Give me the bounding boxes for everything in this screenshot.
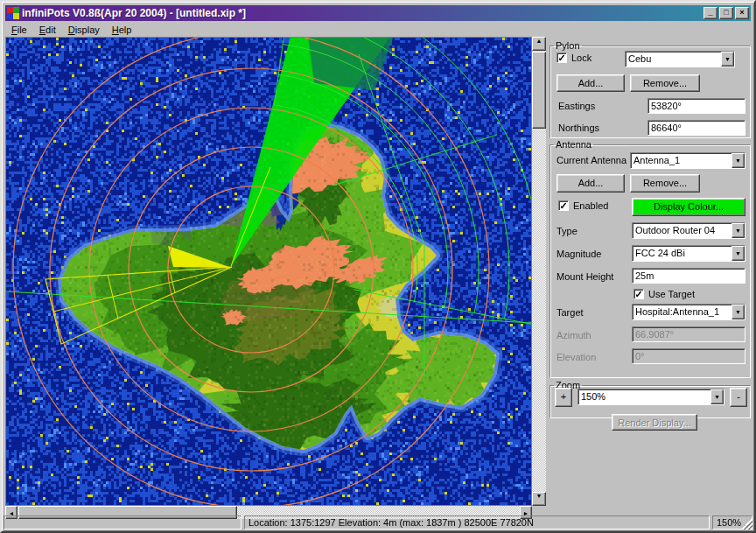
status-bar: Location: 1375:1297 Elevation: 4m (max: … bbox=[4, 515, 752, 529]
pylon-select-value: Cebu bbox=[626, 52, 721, 67]
lock-checkbox[interactable]: ✓ Lock bbox=[556, 53, 592, 63]
menu-display[interactable]: Display bbox=[62, 23, 106, 37]
zoom-out-button[interactable]: - bbox=[730, 388, 747, 407]
magnitude-value: FCC 24 dBi bbox=[633, 246, 732, 261]
app-icon bbox=[7, 7, 19, 19]
mount-height-label: Mount Height bbox=[556, 271, 613, 282]
vertical-scrollbar[interactable]: ▲ ▼ bbox=[532, 37, 546, 506]
azimuth-label: Azimuth bbox=[556, 330, 592, 340]
pylon-add-button[interactable]: Add... bbox=[556, 74, 625, 92]
pylon-select[interactable]: Cebu ▼ bbox=[625, 51, 735, 67]
menu-file[interactable]: File bbox=[5, 23, 33, 37]
chevron-down-icon[interactable]: ▼ bbox=[732, 223, 745, 238]
scroll-up-button[interactable]: ▲ bbox=[532, 37, 546, 51]
window-title: infiniPots V0.8ß(Apr 20 2004) - [untitle… bbox=[22, 7, 702, 19]
antenna-remove-button[interactable]: Remove... bbox=[630, 174, 700, 193]
antenna-overlay bbox=[6, 38, 531, 505]
app-window: infiniPots V0.8ß(Apr 20 2004) - [untitle… bbox=[0, 0, 756, 533]
status-pane-empty bbox=[4, 515, 242, 529]
current-antenna-label: Current Antenna bbox=[556, 155, 626, 165]
menu-edit[interactable]: Edit bbox=[33, 23, 62, 37]
zoom-in-button[interactable]: + bbox=[555, 388, 572, 407]
enabled-label: Enabled bbox=[573, 200, 608, 211]
elevation-input: 0° bbox=[632, 348, 746, 364]
pattern-radial bbox=[354, 290, 531, 326]
elevation-label: Elevation bbox=[556, 352, 596, 362]
zoom-select[interactable]: 150% ▼ bbox=[578, 389, 724, 405]
target-value: Hospital:Antenna_1 bbox=[633, 305, 732, 319]
magnitude-select[interactable]: FCC 24 dBi ▼ bbox=[632, 245, 746, 262]
scroll-down-button[interactable]: ▼ bbox=[532, 492, 546, 506]
checkbox-check-icon: ✓ bbox=[558, 200, 569, 211]
menu-help[interactable]: Help bbox=[106, 23, 138, 37]
enabled-checkbox[interactable]: ✓ Enabled bbox=[558, 200, 608, 211]
pylon-remove-button[interactable]: Remove... bbox=[630, 74, 700, 92]
close-button[interactable]: × bbox=[735, 7, 749, 19]
vertical-scroll-thumb[interactable] bbox=[532, 52, 546, 129]
antenna-add-button[interactable]: Add... bbox=[556, 174, 625, 193]
northings-input[interactable]: 86640° bbox=[648, 120, 746, 136]
lock-label: Lock bbox=[571, 53, 592, 63]
type-value: Outdoor Router 04 bbox=[633, 223, 732, 238]
title-bar[interactable]: infiniPots V0.8ß(Apr 20 2004) - [untitle… bbox=[5, 5, 751, 21]
overlay-line bbox=[46, 267, 232, 344]
minimize-button[interactable]: _ bbox=[704, 7, 718, 19]
chevron-down-icon[interactable]: ▼ bbox=[721, 52, 734, 67]
overlay-line bbox=[53, 267, 232, 312]
range-ring bbox=[50, 68, 452, 471]
overlay-line bbox=[332, 135, 497, 186]
render-display-button[interactable]: Render Display... bbox=[612, 414, 697, 431]
chevron-down-icon[interactable]: ▼ bbox=[710, 389, 724, 404]
zoom-value: 150% bbox=[578, 389, 710, 404]
mount-height-input[interactable]: 25m bbox=[632, 268, 746, 284]
target-label: Target bbox=[556, 307, 584, 318]
current-antenna-select[interactable]: Antenna_1 ▼ bbox=[630, 152, 746, 169]
beam-shape bbox=[168, 246, 232, 268]
checkbox-check-icon: ✓ bbox=[556, 53, 567, 63]
overlay-line bbox=[6, 291, 531, 323]
maximize-button[interactable]: □ bbox=[719, 7, 733, 19]
eastings-label: Eastings bbox=[558, 101, 595, 111]
type-label: Type bbox=[556, 226, 578, 236]
use-target-checkbox[interactable]: ✓ Use Target bbox=[634, 289, 695, 299]
checkbox-check-icon: ✓ bbox=[634, 289, 644, 299]
resize-grip[interactable] bbox=[741, 518, 752, 529]
magnitude-label: Magnitude bbox=[556, 249, 601, 259]
target-select[interactable]: Hospital:Antenna_1 ▼ bbox=[632, 304, 746, 320]
pylon-legend: Pylon bbox=[554, 40, 582, 51]
chevron-down-icon[interactable]: ▼ bbox=[732, 246, 745, 261]
map-viewport[interactable] bbox=[5, 37, 532, 506]
menu-bar: File Edit Display Help bbox=[5, 22, 751, 37]
current-antenna-value: Antenna_1 bbox=[631, 153, 732, 168]
status-location: Location: 1375:1297 Elevation: 4m (max: … bbox=[244, 515, 710, 529]
azimuth-input: 66.9087° bbox=[632, 326, 746, 342]
chevron-down-icon[interactable]: ▼ bbox=[732, 305, 745, 319]
antenna-legend: Antenna bbox=[554, 139, 593, 150]
use-target-label: Use Target bbox=[648, 289, 695, 299]
control-panel: Pylon ✓ Lock Cebu ▼ Add... Remove... Eas… bbox=[548, 37, 754, 515]
chevron-down-icon[interactable]: ▼ bbox=[732, 153, 745, 168]
northings-label: Northings bbox=[558, 123, 599, 133]
eastings-input[interactable]: 53820° bbox=[648, 98, 746, 114]
range-ring bbox=[89, 108, 413, 431]
type-select[interactable]: Outdoor Router 04 ▼ bbox=[632, 222, 746, 239]
display-colour-button[interactable]: Display Colour... bbox=[632, 198, 746, 216]
overlay-line bbox=[359, 54, 424, 379]
